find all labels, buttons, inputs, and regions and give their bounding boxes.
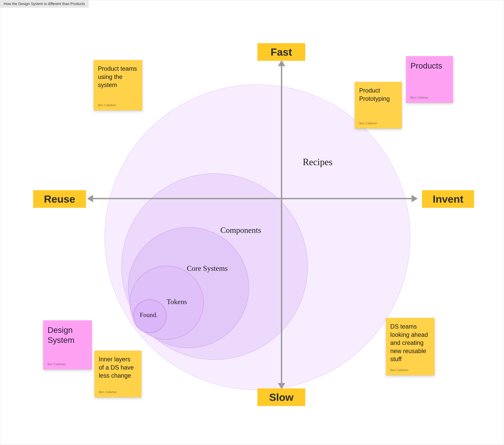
label-tokens: Tokens — [167, 298, 187, 306]
arrowhead-up-icon — [278, 60, 285, 66]
sticky-author: Ben Callahan — [98, 104, 138, 107]
label-core-systems: Core Systems — [187, 264, 228, 273]
sticky-design-system[interactable]: Design System Ben Callahan — [43, 320, 92, 369]
sticky-author: Ben Callahan — [359, 122, 397, 125]
sticky-inner-layers[interactable]: Inner layers of a DS have less change Be… — [94, 351, 142, 397]
sticky-text: DS teams looking ahead and creating new … — [390, 322, 430, 363]
axis-horizontal — [91, 198, 414, 199]
arrowhead-down-icon — [278, 383, 285, 389]
axis-vertical — [281, 64, 282, 385]
sticky-text: Inner layers of a DS have less change — [99, 355, 137, 380]
sticky-author: Ben Callahan — [390, 368, 430, 372]
axis-label-reuse: Reuse — [33, 190, 86, 208]
axis-label-slow: Slow — [257, 388, 305, 406]
sticky-author: Ben Callahan — [48, 362, 88, 366]
sticky-text: Design System — [48, 325, 88, 345]
sticky-text: Products — [410, 61, 449, 71]
diagram-frame: How the Design System is different than … — [0, 0, 504, 445]
sticky-products[interactable]: Products Ben Callahan — [406, 56, 453, 103]
sticky-product-teams[interactable]: Product teams using the system Ben Calla… — [94, 60, 142, 110]
label-foundations: Found. — [140, 311, 158, 319]
arrowhead-left-icon — [87, 195, 93, 202]
sticky-product-prototyping[interactable]: Product Prototyping Ben Callahan — [355, 82, 402, 128]
axis-label-fast: Fast — [257, 43, 305, 61]
sticky-ds-teams[interactable]: DS teams looking ahead and creating new … — [386, 318, 435, 375]
frame-title: How the Design System is different than … — [0, 0, 89, 8]
label-recipes: Recipes — [303, 157, 332, 167]
sticky-author: Ben Callahan — [410, 96, 449, 99]
arrowhead-right-icon — [412, 195, 418, 202]
sticky-text: Product teams using the system — [98, 65, 138, 89]
sticky-text: Product Prototyping — [359, 87, 397, 103]
sticky-author: Ben Callahan — [99, 391, 137, 394]
axis-label-invent: Invent — [422, 190, 474, 208]
label-components: Components — [220, 225, 261, 235]
